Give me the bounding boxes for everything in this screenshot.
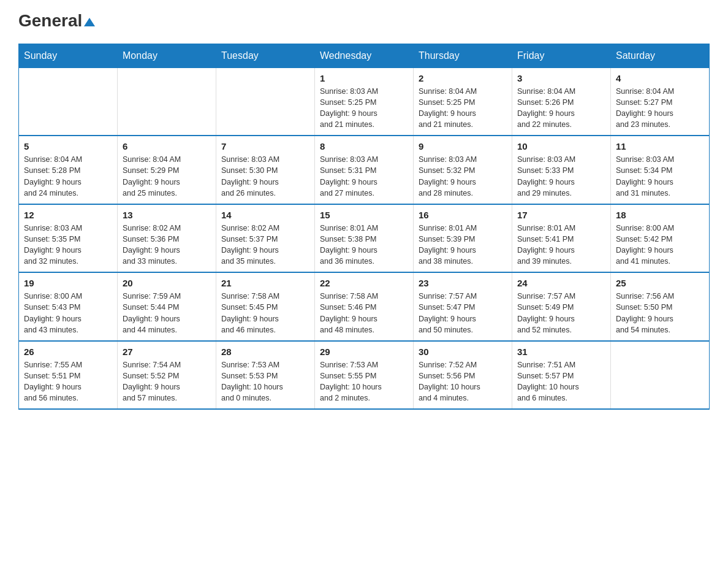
day-number: 17 xyxy=(517,210,605,220)
day-cell xyxy=(19,67,118,136)
day-number: 19 xyxy=(24,278,112,288)
day-number: 23 xyxy=(419,278,507,288)
day-info: Sunrise: 8:03 AMSunset: 5:35 PMDaylight:… xyxy=(24,223,112,267)
day-info: Sunrise: 8:02 AMSunset: 5:36 PMDaylight:… xyxy=(123,223,211,267)
day-cell: 21Sunrise: 7:58 AMSunset: 5:45 PMDayligh… xyxy=(216,272,315,341)
day-info: Sunrise: 7:58 AMSunset: 5:45 PMDaylight:… xyxy=(221,291,309,335)
day-info: Sunrise: 8:03 AMSunset: 5:30 PMDaylight:… xyxy=(221,154,309,199)
day-cell: 26Sunrise: 7:55 AMSunset: 5:51 PMDayligh… xyxy=(19,341,118,410)
week-row-2: 5Sunrise: 8:04 AMSunset: 5:28 PMDaylight… xyxy=(19,136,710,204)
day-info: Sunrise: 8:01 AMSunset: 5:39 PMDaylight:… xyxy=(419,223,507,267)
week-row-4: 19Sunrise: 8:00 AMSunset: 5:43 PMDayligh… xyxy=(19,272,710,341)
day-info: Sunrise: 8:03 AMSunset: 5:33 PMDaylight:… xyxy=(517,154,605,199)
day-info: Sunrise: 7:56 AMSunset: 5:50 PMDaylight:… xyxy=(616,291,704,335)
day-info: Sunrise: 8:04 AMSunset: 5:28 PMDaylight:… xyxy=(24,154,112,199)
day-number: 15 xyxy=(320,210,408,220)
day-cell: 7Sunrise: 8:03 AMSunset: 5:30 PMDaylight… xyxy=(216,136,315,204)
day-cell: 28Sunrise: 7:53 AMSunset: 5:53 PMDayligh… xyxy=(216,341,315,410)
logo-triangle-icon xyxy=(84,18,95,26)
weekday-header-wednesday: Wednesday xyxy=(315,44,414,67)
day-number: 5 xyxy=(24,141,112,151)
day-cell: 29Sunrise: 7:53 AMSunset: 5:55 PMDayligh… xyxy=(315,341,414,410)
day-number: 20 xyxy=(123,278,211,288)
day-info: Sunrise: 7:55 AMSunset: 5:51 PMDaylight:… xyxy=(24,359,112,404)
day-info: Sunrise: 8:03 AMSunset: 5:34 PMDaylight:… xyxy=(616,154,704,199)
day-cell: 27Sunrise: 7:54 AMSunset: 5:52 PMDayligh… xyxy=(118,341,216,410)
day-info: Sunrise: 7:58 AMSunset: 5:46 PMDaylight:… xyxy=(320,291,408,335)
day-number: 14 xyxy=(221,210,309,220)
day-number: 31 xyxy=(517,347,605,357)
week-row-1: 1Sunrise: 8:03 AMSunset: 5:25 PMDaylight… xyxy=(19,67,710,136)
day-cell: 3Sunrise: 8:04 AMSunset: 5:26 PMDaylight… xyxy=(512,67,611,136)
week-row-3: 12Sunrise: 8:03 AMSunset: 5:35 PMDayligh… xyxy=(19,204,710,273)
day-info: Sunrise: 7:59 AMSunset: 5:44 PMDaylight:… xyxy=(123,291,211,335)
day-cell: 14Sunrise: 8:02 AMSunset: 5:37 PMDayligh… xyxy=(216,204,315,273)
day-cell: 19Sunrise: 8:00 AMSunset: 5:43 PMDayligh… xyxy=(19,272,118,341)
day-number: 24 xyxy=(517,278,605,288)
week-row-5: 26Sunrise: 7:55 AMSunset: 5:51 PMDayligh… xyxy=(19,341,710,410)
day-number: 22 xyxy=(320,278,408,288)
day-number: 7 xyxy=(221,141,309,151)
day-number: 11 xyxy=(616,141,704,151)
day-cell: 31Sunrise: 7:51 AMSunset: 5:57 PMDayligh… xyxy=(512,341,611,410)
day-number: 2 xyxy=(419,73,507,83)
calendar-body: 1Sunrise: 8:03 AMSunset: 5:25 PMDaylight… xyxy=(19,67,710,409)
day-number: 13 xyxy=(123,210,211,220)
day-cell: 11Sunrise: 8:03 AMSunset: 5:34 PMDayligh… xyxy=(611,136,710,204)
day-cell xyxy=(611,341,710,410)
day-number: 10 xyxy=(517,141,605,151)
day-number: 3 xyxy=(517,73,605,83)
header: General xyxy=(18,12,710,31)
day-number: 28 xyxy=(221,347,309,357)
weekday-header-saturday: Saturday xyxy=(611,44,710,67)
day-number: 1 xyxy=(320,73,408,83)
day-info: Sunrise: 8:00 AMSunset: 5:42 PMDaylight:… xyxy=(616,223,704,267)
day-cell: 22Sunrise: 7:58 AMSunset: 5:46 PMDayligh… xyxy=(315,272,414,341)
day-info: Sunrise: 7:53 AMSunset: 5:53 PMDaylight:… xyxy=(221,359,309,404)
logo: General xyxy=(18,12,95,31)
weekday-header-sunday: Sunday xyxy=(19,44,118,67)
day-cell: 12Sunrise: 8:03 AMSunset: 5:35 PMDayligh… xyxy=(19,204,118,273)
day-cell xyxy=(118,67,216,136)
weekday-header-monday: Monday xyxy=(118,44,216,67)
day-number: 25 xyxy=(616,278,704,288)
day-number: 29 xyxy=(320,347,408,357)
day-cell: 17Sunrise: 8:01 AMSunset: 5:41 PMDayligh… xyxy=(512,204,611,273)
day-info: Sunrise: 8:04 AMSunset: 5:29 PMDaylight:… xyxy=(123,154,211,199)
calendar-header: SundayMondayTuesdayWednesdayThursdayFrid… xyxy=(19,44,710,67)
logo-general-line: General xyxy=(18,12,95,30)
day-info: Sunrise: 8:00 AMSunset: 5:43 PMDaylight:… xyxy=(24,291,112,335)
day-cell: 4Sunrise: 8:04 AMSunset: 5:27 PMDaylight… xyxy=(611,67,710,136)
day-cell: 16Sunrise: 8:01 AMSunset: 5:39 PMDayligh… xyxy=(414,204,512,273)
day-info: Sunrise: 7:57 AMSunset: 5:49 PMDaylight:… xyxy=(517,291,605,335)
day-cell: 6Sunrise: 8:04 AMSunset: 5:29 PMDaylight… xyxy=(118,136,216,204)
day-number: 4 xyxy=(616,73,704,83)
day-cell: 30Sunrise: 7:52 AMSunset: 5:56 PMDayligh… xyxy=(414,341,512,410)
day-info: Sunrise: 8:04 AMSunset: 5:26 PMDaylight:… xyxy=(517,86,605,131)
day-info: Sunrise: 7:51 AMSunset: 5:57 PMDaylight:… xyxy=(517,359,605,404)
day-info: Sunrise: 7:57 AMSunset: 5:47 PMDaylight:… xyxy=(419,291,507,335)
day-number: 26 xyxy=(24,347,112,357)
day-cell: 13Sunrise: 8:02 AMSunset: 5:36 PMDayligh… xyxy=(118,204,216,273)
weekday-header-friday: Friday xyxy=(512,44,611,67)
day-info: Sunrise: 7:52 AMSunset: 5:56 PMDaylight:… xyxy=(419,359,507,404)
day-cell: 20Sunrise: 7:59 AMSunset: 5:44 PMDayligh… xyxy=(118,272,216,341)
page: General SundayMondayTuesdayWednesdayThur… xyxy=(0,0,728,422)
day-number: 21 xyxy=(221,278,309,288)
day-info: Sunrise: 8:03 AMSunset: 5:32 PMDaylight:… xyxy=(419,154,507,199)
day-cell xyxy=(216,67,315,136)
day-cell: 5Sunrise: 8:04 AMSunset: 5:28 PMDaylight… xyxy=(19,136,118,204)
day-number: 30 xyxy=(419,347,507,357)
day-info: Sunrise: 8:01 AMSunset: 5:38 PMDaylight:… xyxy=(320,223,408,267)
day-cell: 24Sunrise: 7:57 AMSunset: 5:49 PMDayligh… xyxy=(512,272,611,341)
day-info: Sunrise: 7:53 AMSunset: 5:55 PMDaylight:… xyxy=(320,359,408,404)
day-number: 16 xyxy=(419,210,507,220)
day-info: Sunrise: 8:03 AMSunset: 5:25 PMDaylight:… xyxy=(320,86,408,131)
day-info: Sunrise: 8:04 AMSunset: 5:25 PMDaylight:… xyxy=(419,86,507,131)
day-info: Sunrise: 8:01 AMSunset: 5:41 PMDaylight:… xyxy=(517,223,605,267)
day-cell: 9Sunrise: 8:03 AMSunset: 5:32 PMDaylight… xyxy=(414,136,512,204)
weekday-header-thursday: Thursday xyxy=(414,44,512,67)
day-cell: 18Sunrise: 8:00 AMSunset: 5:42 PMDayligh… xyxy=(611,204,710,273)
day-info: Sunrise: 8:03 AMSunset: 5:31 PMDaylight:… xyxy=(320,154,408,199)
day-cell: 1Sunrise: 8:03 AMSunset: 5:25 PMDaylight… xyxy=(315,67,414,136)
